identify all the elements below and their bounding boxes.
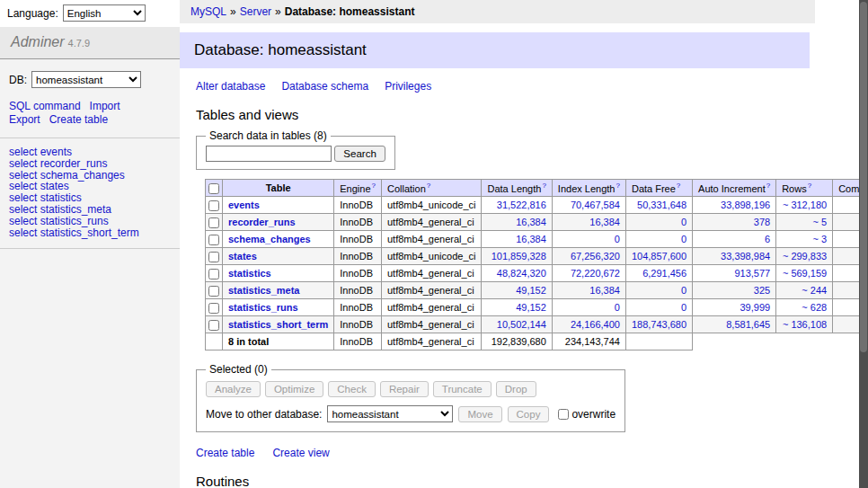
privileges-link[interactable]: Privileges [385,80,431,93]
data-length-link[interactable]: 31,522,816 [497,200,546,210]
rows-link[interactable]: ~ 312,180 [783,200,827,210]
index-length-link[interactable]: 16,384 [589,285,620,296]
index-length-link[interactable]: 0 [615,302,620,313]
row-checkbox[interactable] [208,235,219,245]
rows-link[interactable]: ~ 136,108 [783,319,827,330]
row-checkbox[interactable] [208,320,219,331]
move-db-select[interactable]: homeassistant [327,405,453,422]
row-checkbox[interactable] [208,200,219,211]
data-free-link[interactable]: 104,857,600 [632,251,686,262]
help-link[interactable]: ? [766,182,770,190]
breadcrumb-mysql-link[interactable]: MySQL [190,5,226,18]
alter-database-link[interactable]: Alter database [196,80,265,93]
db-select[interactable]: homeassistant [31,71,141,88]
help-link[interactable]: ? [427,182,430,190]
export-link[interactable]: Export [9,113,40,126]
create-table-link[interactable]: Create table [196,447,254,459]
table-name-link[interactable]: schema_changes [228,234,311,244]
sidebar-item-select-statistics-runs[interactable]: select statistics_runs [9,216,171,227]
search-button[interactable]: Search [334,146,385,162]
auto-increment-link[interactable]: 325 [754,285,770,296]
table-name-link[interactable]: recorder_runs [228,217,296,227]
index-length-link[interactable]: 0 [615,234,620,244]
data-length-link[interactable]: 16,384 [516,234,546,244]
data-length-link[interactable]: 48,824,320 [497,268,546,279]
app-name[interactable]: Adminer [11,34,65,49]
auto-increment-link[interactable]: 8,581,645 [726,319,770,330]
row-checkbox[interactable] [208,286,219,297]
row-checkbox[interactable] [208,217,219,228]
row-checkbox[interactable] [208,303,219,314]
breadcrumb-server-link[interactable]: Server [240,5,271,18]
index-length-link[interactable]: 70,467,584 [571,200,620,210]
index-length-link[interactable]: 16,384 [589,217,620,227]
row-checkbox[interactable] [208,252,219,262]
optimize-button[interactable]: Optimize [265,381,323,397]
language-select[interactable]: English [63,4,146,22]
table-name-link[interactable]: statistics_short_term [228,319,328,330]
help-link[interactable]: ? [542,182,545,190]
sidebar-item-select-statistics-short-term[interactable]: select statistics_short_term [9,227,171,239]
repair-button[interactable]: Repair [380,381,429,397]
help-link[interactable]: ? [372,182,376,190]
sidebar-item-select-events[interactable]: select events [9,146,171,158]
help-link[interactable]: ? [677,182,680,190]
data-length-link[interactable]: 49,152 [516,302,546,313]
vertical-scrollbar[interactable] [859,0,868,488]
total-data-free-cell [625,333,692,350]
table-name-link[interactable]: statistics_meta [228,285,300,296]
index-length-link[interactable]: 24,166,400 [571,319,620,330]
data-length-link[interactable]: 101,859,328 [492,251,546,262]
data-length-link[interactable]: 16,384 [516,217,546,227]
data-free-link[interactable]: 0 [681,217,686,227]
rows-link[interactable]: ~ 299,833 [783,251,827,262]
auto-increment-link[interactable]: 33,398,984 [721,251,770,262]
help-link[interactable]: ? [616,182,619,190]
auto-increment-link[interactable]: 378 [754,217,770,227]
copy-button[interactable]: Copy [508,406,550,422]
auto-increment-link[interactable]: 6 [765,234,770,244]
index-length-link[interactable]: 72,220,672 [571,268,620,279]
data-free-link[interactable]: 0 [681,234,686,244]
rows-link[interactable]: ~ 628 [802,302,827,313]
select-all-checkbox[interactable] [208,183,219,194]
data-free-link[interactable]: 50,331,648 [637,200,686,210]
sidebar-create-table-link[interactable]: Create table [49,113,108,126]
scrollbar-thumb[interactable] [860,2,867,352]
move-button[interactable]: Move [458,406,501,422]
table-name-cell: events [223,197,334,214]
data-free-link[interactable]: 6,291,456 [642,268,686,279]
rows-link[interactable]: ~ 244 [802,285,827,296]
search-input[interactable] [206,146,332,162]
data-length-link[interactable]: 49,152 [516,285,546,296]
analyze-button[interactable]: Analyze [206,381,261,397]
data-free-link[interactable]: 0 [681,285,686,296]
help-link[interactable]: ? [808,182,811,190]
row-checkbox[interactable] [208,269,219,279]
sidebar-item-select-recorder-runs[interactable]: select recorder_runs [9,158,171,170]
auto-increment-link[interactable]: 33,898,196 [721,200,770,210]
create-view-link[interactable]: Create view [272,447,329,459]
check-button[interactable]: Check [328,381,376,397]
data-length-link[interactable]: 10,502,144 [497,319,546,330]
sql-command-link[interactable]: SQL command [9,100,81,112]
data-free-link[interactable]: 0 [681,302,686,313]
truncate-button[interactable]: Truncate [433,381,492,397]
table-name-link[interactable]: states [228,251,257,262]
rows-link[interactable]: ~ 3 [813,234,828,244]
table-name-link[interactable]: statistics [228,268,271,279]
overwrite-checkbox[interactable] [558,409,569,420]
auto-increment-link[interactable]: 913,577 [734,268,770,279]
rows-link[interactable]: ~ 569,159 [783,268,827,279]
auto-increment-link[interactable]: 39,999 [740,302,771,313]
table-name-link[interactable]: statistics_runs [228,302,298,313]
index-length-link[interactable]: 67,256,320 [571,251,620,262]
sidebar-item-select-statistics-meta[interactable]: select statistics_meta [9,204,171,216]
table-name-link[interactable]: events [228,200,260,210]
row-select-cell [206,265,223,282]
import-link[interactable]: Import [90,100,120,112]
database-schema-link[interactable]: Database schema [281,80,368,93]
drop-button[interactable]: Drop [496,381,536,397]
rows-link[interactable]: ~ 5 [813,217,828,227]
data-free-link[interactable]: 188,743,680 [632,319,686,330]
